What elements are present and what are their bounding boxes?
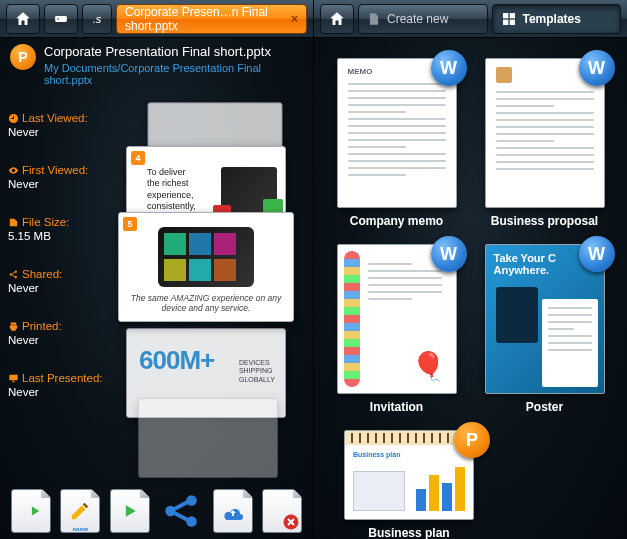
meta-shared: Shared: Never	[8, 268, 118, 294]
home-button[interactable]	[6, 4, 40, 34]
template-poster[interactable]: W Take Your C Anywhere. Poster	[481, 244, 609, 414]
meta-value: Never	[8, 334, 118, 346]
word-badge-icon: W	[431, 50, 467, 86]
eye-icon	[8, 165, 19, 176]
word-badge-icon: W	[579, 50, 615, 86]
meta-value: Never	[8, 282, 118, 294]
delete-x-icon	[282, 513, 300, 531]
close-tab-icon[interactable]: ×	[285, 12, 298, 26]
slide-number: 5	[123, 217, 137, 231]
template-invitation[interactable]: W 🎈 Invitation	[333, 244, 461, 414]
meta-value: 5.15 MB	[8, 230, 118, 242]
meta-first-viewed: First Viewed: Never	[8, 164, 118, 190]
left-topbar: .s Corporate Presen…n Final short.pptx ×	[0, 0, 313, 38]
arrow-right-icon	[20, 500, 42, 522]
right-topbar: Create new Templates	[314, 0, 627, 38]
template-label: Company memo	[350, 214, 443, 228]
clock-icon	[8, 113, 19, 124]
template-label: Business plan presentation	[334, 526, 484, 539]
size-icon	[8, 217, 19, 228]
slide-sub-text: DEVICES SHIPPING GLOBALLY	[239, 359, 275, 384]
pencil-icon	[69, 500, 91, 522]
templates-icon	[501, 11, 517, 27]
meta-last-presented: Last Presented: Never	[8, 372, 118, 398]
play-icon	[120, 501, 140, 521]
templates-grid[interactable]: W MEMO Company memo W Business proposal …	[314, 50, 627, 539]
home-button[interactable]	[320, 4, 354, 34]
present-icon	[8, 373, 19, 384]
delete-button[interactable]	[262, 489, 302, 533]
svg-rect-12	[509, 19, 514, 24]
meta-label: Shared:	[22, 268, 62, 280]
rename-button[interactable]: name	[60, 489, 100, 533]
share-icon	[160, 490, 202, 532]
document-tab[interactable]: Corporate Presen…n Final short.pptx ×	[116, 4, 307, 34]
meta-label: Last Viewed:	[22, 112, 88, 124]
file-header: P Corporate Presentation Final short.ppt…	[0, 38, 313, 94]
word-badge-icon: W	[431, 236, 467, 272]
svg-point-7	[187, 516, 198, 527]
templates-panel: Create new Templates W MEMO Company memo…	[314, 0, 627, 539]
extension-label: .s	[93, 13, 102, 25]
slide-preview-stack: 4 To deliver the richest experience, con…	[116, 98, 302, 428]
create-new-button[interactable]: Create new	[358, 4, 488, 34]
word-badge-icon: W	[579, 236, 615, 272]
meta-file-size: File Size: 5.15 MB	[8, 216, 118, 242]
slide-big-text: 600M+	[139, 345, 214, 376]
slide-text: The same AMAZING experience on any devic…	[119, 293, 293, 313]
slide-graphic	[158, 227, 254, 287]
create-new-label: Create new	[387, 12, 448, 26]
file-metadata: Last Viewed: Never First Viewed: Never F…	[8, 112, 118, 424]
template-label: Invitation	[370, 400, 423, 414]
slide-thumb: 4 To deliver the richest experience, con…	[126, 146, 286, 236]
template-business-plan-presentation[interactable]: P Business plan Business plan presentati…	[334, 430, 484, 539]
meta-value: Never	[8, 126, 118, 138]
slide-thumb: 600M+ DEVICES SHIPPING GLOBALLY	[126, 328, 286, 418]
slide-graphic	[221, 167, 277, 219]
meta-value: Never	[8, 178, 118, 190]
template-label: Poster	[526, 400, 563, 414]
meta-label: File Size:	[22, 216, 69, 228]
meta-last-viewed: Last Viewed: Never	[8, 112, 118, 138]
home-icon	[14, 10, 32, 28]
meta-value: Never	[8, 386, 118, 398]
extension-button[interactable]: .s	[82, 4, 112, 34]
template-business-proposal[interactable]: W Business proposal	[481, 58, 609, 228]
svg-rect-9	[503, 13, 508, 18]
slide-thumb-front: 5 The same AMAZING experience on any dev…	[118, 212, 294, 322]
share-icon	[8, 269, 19, 280]
templates-tab-label: Templates	[523, 12, 581, 26]
svg-point-6	[187, 495, 198, 506]
meta-label: Printed:	[22, 320, 62, 332]
drive-icon	[52, 12, 70, 26]
svg-rect-10	[509, 13, 514, 18]
meta-printed: Printed: Never	[8, 320, 118, 346]
slide-thumb	[148, 102, 283, 181]
share-button[interactable]	[159, 489, 203, 533]
slide-thumb	[138, 398, 278, 478]
rename-hint: name	[60, 526, 100, 532]
present-button[interactable]	[110, 489, 150, 533]
document-details-panel: .s Corporate Presen…n Final short.pptx ×…	[0, 0, 314, 539]
slide-number: 4	[131, 151, 145, 165]
cloud-upload-icon	[221, 501, 245, 521]
svg-rect-0	[55, 16, 67, 22]
home-icon	[328, 10, 346, 28]
templates-tab[interactable]: Templates	[492, 4, 622, 34]
svg-rect-11	[503, 19, 508, 24]
upload-button[interactable]	[213, 489, 253, 533]
template-company-memo[interactable]: W MEMO Company memo	[333, 58, 461, 228]
file-title: Corporate Presentation Final short.pptx	[44, 44, 303, 60]
file-path: My Documents/Corporate Presentation Fina…	[44, 62, 303, 86]
printer-icon	[8, 321, 19, 332]
svg-point-1	[57, 18, 59, 20]
meta-label: Last Presented:	[22, 372, 103, 384]
powerpoint-badge-icon: P	[454, 422, 490, 458]
template-label: Business proposal	[491, 214, 598, 228]
meta-label: First Viewed:	[22, 164, 88, 176]
document-tab-label: Corporate Presen…n Final short.pptx	[125, 5, 285, 33]
slide-text: To deliver the richest experience, consi…	[147, 167, 196, 212]
open-button[interactable]	[11, 489, 51, 533]
file-actions: name	[0, 489, 313, 533]
storage-button[interactable]	[44, 4, 78, 34]
